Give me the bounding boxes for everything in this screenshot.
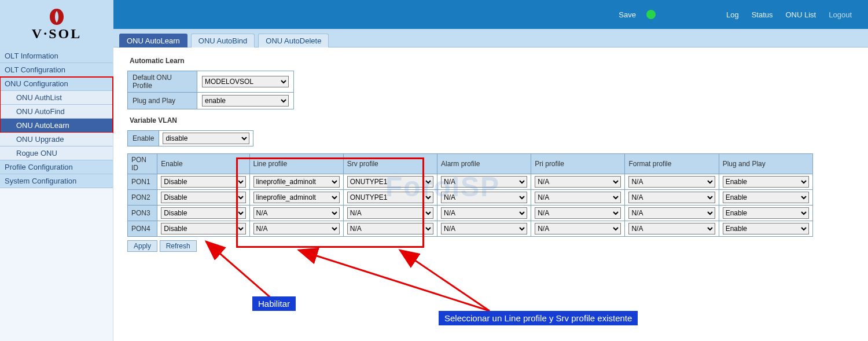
pon-srv-profile-select[interactable]: N/A — [347, 207, 433, 219]
pon-format-profile-select[interactable]: N/A — [628, 223, 715, 234]
refresh-button[interactable]: Refresh — [160, 240, 197, 252]
pon-alarm-profile-select[interactable]: N/A — [441, 192, 527, 203]
pon-line-profile-select[interactable]: N/A — [253, 223, 340, 234]
col-alarm-profile: Alarm profile — [437, 154, 531, 174]
col-format-profile: Format profile — [625, 154, 719, 174]
save-link[interactable]: Save — [619, 10, 636, 19]
log-link[interactable]: Log — [726, 10, 739, 19]
logo: V·SOL — [0, 0, 113, 49]
table-row: PON1Disablelineprofile_adminoltONUTYPE1N… — [128, 174, 813, 190]
col-plug-play: Plug and Play — [719, 154, 812, 174]
nav-olt-information[interactable]: OLT Information — [0, 49, 113, 63]
pon-alarm-profile-select[interactable]: N/A — [441, 223, 527, 234]
pon-id-cell: PON3 — [128, 206, 157, 221]
section-variable-vlan: Variable VLAN — [130, 116, 852, 124]
pon-format-profile-select[interactable]: N/A — [628, 207, 715, 219]
nav-onu-autofind[interactable]: ONU AutoFind — [0, 105, 113, 119]
nav-rogue-onu[interactable]: Rogue ONU — [0, 146, 113, 160]
pon-plug-play-select[interactable]: Enable — [723, 207, 809, 219]
svg-line-2 — [299, 250, 490, 311]
plug-and-play-label: Plug and Play — [128, 93, 197, 109]
pon-pri-profile-select[interactable]: N/A — [535, 207, 621, 219]
col-enable: Enable — [157, 154, 249, 174]
brand-icon — [47, 8, 66, 26]
automatic-learn-table: Default ONU Profile MODELOVSOL Plug and … — [127, 71, 294, 109]
section-automatic-learn: Automatic Learn — [130, 57, 852, 65]
onu-list-link[interactable]: ONU List — [786, 10, 816, 19]
status-dot-icon — [646, 10, 656, 19]
nav-onu-upgrade[interactable]: ONU Upgrade — [0, 133, 113, 146]
pon-format-profile-select[interactable]: N/A — [628, 192, 715, 203]
vlan-enable-label: Enable — [127, 130, 159, 146]
vlan-enable-select[interactable]: disable — [163, 133, 249, 144]
callout-habilitar: Habilitar — [252, 296, 296, 311]
nav-onu-configuration[interactable]: ONU Configuration — [0, 77, 113, 91]
default-onu-profile-select[interactable]: MODELOVSOL — [202, 76, 289, 87]
nav-profile-configuration[interactable]: Profile Configuration — [0, 160, 113, 174]
pon-plug-play-select[interactable]: Enable — [723, 192, 809, 203]
main-area: Save Log Status ONU List Logout ONU Auto… — [113, 0, 868, 341]
pon-table: PON ID Enable Line profile Srv profile A… — [127, 153, 813, 237]
pon-id-cell: PON2 — [128, 190, 157, 206]
apply-button[interactable]: Apply — [127, 240, 157, 252]
tab-strip: ONU AutoLearn ONU AutoBind ONU AutoDelet… — [113, 29, 868, 47]
pon-srv-profile-select[interactable]: ONUTYPE1 — [347, 176, 433, 188]
pon-plug-play-select[interactable]: Enable — [723, 176, 809, 188]
col-pon-id: PON ID — [128, 154, 157, 174]
pon-format-profile-select[interactable]: N/A — [628, 176, 715, 188]
pon-enable-select[interactable]: Disable — [161, 207, 245, 219]
pon-srv-profile-select[interactable]: N/A — [347, 223, 433, 234]
logout-link[interactable]: Logout — [829, 10, 852, 19]
status-link[interactable]: Status — [752, 10, 773, 19]
topbar: Save Log Status ONU List Logout — [113, 0, 868, 29]
tab-onu-autodelete[interactable]: ONU AutoDelete — [258, 34, 329, 47]
pon-enable-select[interactable]: Disable — [161, 176, 245, 188]
pon-line-profile-select[interactable]: N/A — [253, 207, 340, 219]
nav-olt-configuration[interactable]: OLT Configuration — [0, 63, 113, 77]
nav-onu-autolearn[interactable]: ONU AutoLearn — [0, 119, 113, 133]
nav-system-configuration[interactable]: System Configuration — [0, 174, 113, 188]
table-row: PON4DisableN/AN/AN/AN/AN/AEnable — [128, 221, 813, 237]
pon-line-profile-select[interactable]: lineprofile_adminolt — [253, 176, 340, 188]
col-line-profile: Line profile — [249, 154, 343, 174]
pon-alarm-profile-select[interactable]: N/A — [441, 176, 527, 188]
nav-list: OLT Information OLT Configuration ONU Co… — [0, 49, 113, 188]
pon-line-profile-select[interactable]: lineprofile_adminolt — [253, 192, 340, 203]
pon-pri-profile-select[interactable]: N/A — [535, 223, 621, 234]
sidebar: V·SOL OLT Information OLT Configuration … — [0, 0, 113, 341]
svg-line-3 — [400, 250, 490, 311]
pon-enable-select[interactable]: Disable — [161, 192, 245, 203]
pon-srv-profile-select[interactable]: ONUTYPE1 — [347, 192, 433, 203]
pon-pri-profile-select[interactable]: N/A — [535, 176, 621, 188]
variable-vlan-enable-row: Enable disable — [127, 130, 854, 146]
pon-id-cell: PON1 — [128, 174, 157, 190]
nav-group-onu-configuration: ONU Configuration ONU AuthList ONU AutoF… — [0, 77, 113, 133]
plug-and-play-select[interactable]: enable — [202, 95, 289, 107]
pon-id-cell: PON4 — [128, 221, 157, 237]
pon-alarm-profile-select[interactable]: N/A — [441, 207, 527, 219]
brand-text: V·SOL — [32, 26, 82, 42]
tab-onu-autolearn[interactable]: ONU AutoLearn — [119, 34, 187, 47]
nav-onu-authlist[interactable]: ONU AuthList — [0, 91, 113, 105]
callout-select-profile: Seleccionar un Line profile y Srv profil… — [439, 311, 638, 325]
table-row: PON3DisableN/AN/AN/AN/AN/AEnable — [128, 206, 813, 221]
pon-enable-select[interactable]: Disable — [161, 223, 245, 234]
pon-plug-play-select[interactable]: Enable — [723, 223, 809, 234]
table-row: PON2Disablelineprofile_adminoltONUTYPE1N… — [128, 190, 813, 206]
col-pri-profile: Pri profile — [531, 154, 625, 174]
pon-pri-profile-select[interactable]: N/A — [535, 192, 621, 203]
col-srv-profile: Srv profile — [343, 154, 437, 174]
default-onu-profile-label: Default ONU Profile — [128, 71, 197, 93]
content: Automatic Learn Default ONU Profile MODE… — [113, 47, 868, 341]
tab-onu-autobind[interactable]: ONU AutoBind — [191, 34, 255, 47]
